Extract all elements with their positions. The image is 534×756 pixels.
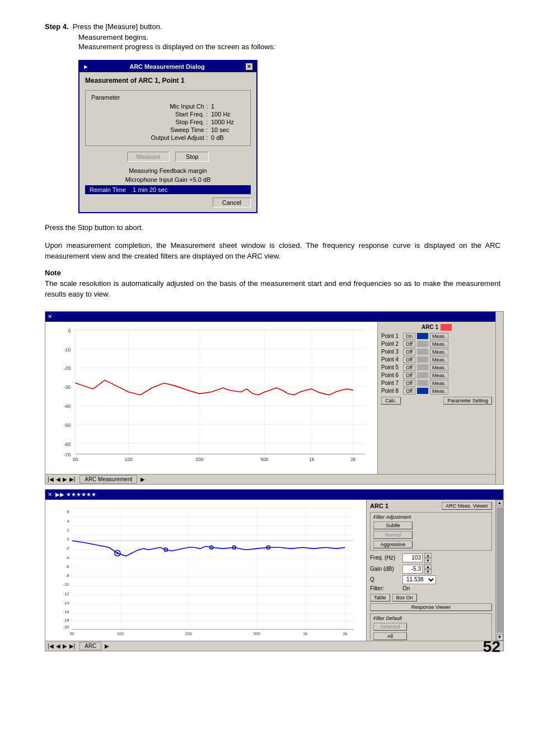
point-2-meas[interactable]: Meas. [430, 341, 448, 348]
point-8-meas[interactable]: Meas. [430, 388, 448, 395]
arc-scroll-thumb[interactable] [496, 508, 503, 633]
point-5-status[interactable]: Off [403, 364, 415, 371]
step-line3: Measurement progress is displayed on the… [78, 43, 500, 51]
aggressive-button[interactable]: Aggressive [373, 541, 413, 548]
point-8-status[interactable]: Off [403, 388, 415, 395]
calc-button[interactable]: Calc. [381, 397, 401, 405]
point-3-status[interactable]: Off [403, 349, 415, 355]
arc-nav-end[interactable]: ▶| [69, 643, 76, 649]
point-3-color [417, 349, 428, 355]
arc-scrollbar-v[interactable]: ▲ ▼ [495, 500, 503, 641]
point-8-color [417, 388, 428, 394]
svg-text:-8: -8 [65, 574, 69, 578]
gain-down[interactable]: ▼ [424, 569, 432, 574]
point-5-meas[interactable]: Meas. [430, 364, 448, 371]
arc-measurement-screen: ✕ 0 -10 -20 -30 -4 [45, 311, 504, 485]
dialog-title: ARC Measurement Dialog [129, 63, 204, 70]
point-1-status[interactable]: On [403, 333, 415, 340]
parameter-setting-button[interactable]: Parameter Setting [443, 397, 492, 405]
param-row-stop: Stop Freq. : 1000 Hz [91, 119, 245, 125]
gain-spinners[interactable]: ▲ ▼ [424, 564, 432, 574]
point-3-meas[interactable]: Meas. [430, 349, 448, 355]
point-4-label: Point 4 [381, 356, 401, 363]
subtle-button[interactable]: Subtle [373, 522, 413, 529]
svg-text:200: 200 [195, 456, 203, 462]
gain-row: Gain (dB) ▲ ▼ [370, 564, 492, 574]
gain-input[interactable] [402, 565, 423, 574]
point-7-meas[interactable]: Meas. [430, 380, 448, 387]
param-row-output: Output Level Adjust : 0 dB [91, 134, 245, 141]
arc-screen: ✕ ▶▶ ★★★★★★ 6 4 2 0 -2 -4 [45, 489, 504, 651]
arc-titlebar: ✕ ▶▶ ★★★★★★ [45, 490, 503, 500]
table-button[interactable]: Table [370, 594, 390, 602]
svg-text:2k: 2k [343, 631, 348, 636]
dialog-close-button[interactable]: ✕ [245, 63, 253, 71]
arc-close-icon: ✕ [48, 491, 52, 497]
point-6-status[interactable]: Off [403, 372, 415, 379]
svg-text:0: 0 [67, 537, 69, 542]
arc-scroll-up[interactable]: ▲ [496, 500, 503, 506]
nav-start-icon[interactable]: |◀ [48, 476, 54, 482]
point-2-status[interactable]: Off [403, 341, 415, 348]
gain-up[interactable]: ▲ [424, 564, 432, 569]
arc-measurement-tab[interactable]: ARC Measurement [79, 475, 137, 483]
svg-text:6: 6 [67, 510, 69, 514]
point-1-meas[interactable]: Meas. [430, 333, 448, 340]
screen-body: 0 -10 -20 -30 -40 -50 -60 -70 [45, 322, 503, 474]
freq-input[interactable] [402, 553, 423, 562]
arc-tab[interactable]: ARC [79, 642, 101, 650]
svg-text:50: 50 [73, 456, 78, 462]
all-button[interactable]: All [373, 632, 407, 640]
scrollbar-h[interactable]: ▶ [140, 476, 145, 482]
arc-frequency-chart: 6 4 2 0 -2 -4 -6 -8 -10 -12 -14 -16 -18 … [48, 502, 364, 638]
stop-text: Press the Stop button to abort. [45, 222, 500, 233]
q-row: Q 11.538 [370, 575, 492, 584]
response-viewer-button[interactable]: Response Viewer [370, 603, 492, 611]
normal-button[interactable]: Normal [373, 531, 413, 539]
svg-text:-16: -16 [63, 610, 69, 614]
freq-row: Freq. (Hz) ▲ ▼ [370, 553, 492, 563]
nav-prev-icon[interactable]: ◀ [56, 476, 60, 482]
scrollbar-v[interactable] [495, 312, 503, 484]
point-4-status[interactable]: Off [403, 356, 415, 363]
dialog-titlebar: ► ARC Measurement Dialog ✕ [79, 61, 256, 72]
toolbar-icons: ▶▶ ★★★★★★ [55, 491, 96, 497]
arc-meas-viewer-button[interactable]: ARC Meas. Viewer [442, 502, 492, 510]
nav-next-icon[interactable]: ▶ [63, 476, 67, 482]
selected-button[interactable]: Selected [373, 623, 407, 631]
freq-down[interactable]: ▼ [424, 558, 432, 563]
arc-nav-start[interactable]: |◀ [48, 643, 54, 649]
bottom-btns: Calc. Parameter Setting [381, 397, 492, 405]
arc-nav-next[interactable]: ▶ [63, 643, 67, 649]
dialog-btn-row: Measure Stop [85, 152, 251, 162]
response-viewer-row: Response Viewer [370, 603, 492, 611]
stop-button[interactable]: Stop [175, 152, 209, 162]
q-label: Q [370, 576, 401, 583]
mic-input-label: Mic Input Ch : [170, 103, 208, 110]
svg-text:-12: -12 [63, 591, 69, 596]
arc-nav-prev[interactable]: ◀ [56, 643, 60, 649]
output-level-label: Output Level Adjust : [151, 134, 208, 141]
box-on-button[interactable]: Box On [392, 594, 417, 602]
stop-freq-value: 1000 Hz [211, 119, 245, 125]
point-row-5: Point 5 Off Meas. [381, 364, 492, 371]
stop-freq-label: Stop Freq. : [176, 119, 208, 125]
screen-footer: |◀ ◀ ▶ ▶| ARC Measurement ▶ [45, 474, 503, 484]
nav-end-icon[interactable]: ▶| [69, 476, 76, 482]
point-7-status[interactable]: Off [403, 380, 415, 387]
point-4-meas[interactable]: Meas. [430, 356, 448, 363]
filter-row: Filter: On [370, 585, 492, 591]
remain-value: 1 min 20 sec [133, 186, 167, 193]
freq-up[interactable]: ▲ [424, 553, 432, 558]
freq-spinners[interactable]: ▲ ▼ [424, 553, 432, 563]
svg-text:-6: -6 [65, 564, 69, 569]
point-2-label: Point 2 [381, 341, 401, 347]
svg-text:1k: 1k [310, 456, 315, 462]
step-heading: Step 4. Press the [Measure] button. [45, 22, 500, 31]
point-3-label: Point 3 [381, 349, 401, 355]
arc-scrollbar-h[interactable]: ▶ [105, 643, 109, 649]
cancel-button[interactable]: Cancel [213, 198, 251, 208]
point-6-meas[interactable]: Meas. [430, 372, 448, 379]
measure-button[interactable]: Measure [127, 152, 170, 162]
q-dropdown[interactable]: 11.538 [402, 575, 436, 584]
